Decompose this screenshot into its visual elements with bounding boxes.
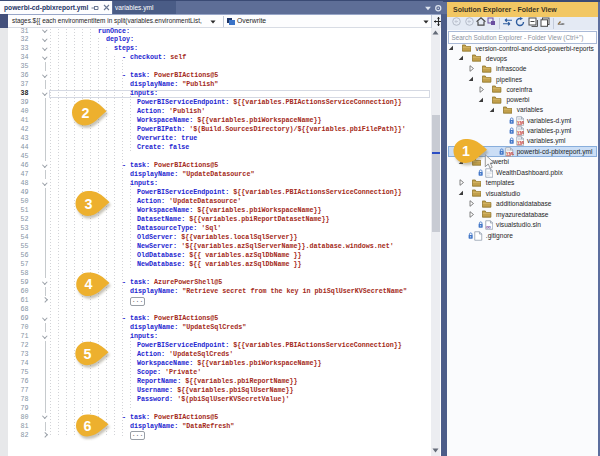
- svg-text:5: 5: [84, 346, 92, 362]
- svg-text:2: 2: [82, 105, 90, 121]
- svg-text:6: 6: [84, 418, 92, 434]
- svg-text:3: 3: [85, 196, 93, 212]
- svg-text:1: 1: [462, 143, 470, 159]
- svg-text:4: 4: [85, 276, 93, 292]
